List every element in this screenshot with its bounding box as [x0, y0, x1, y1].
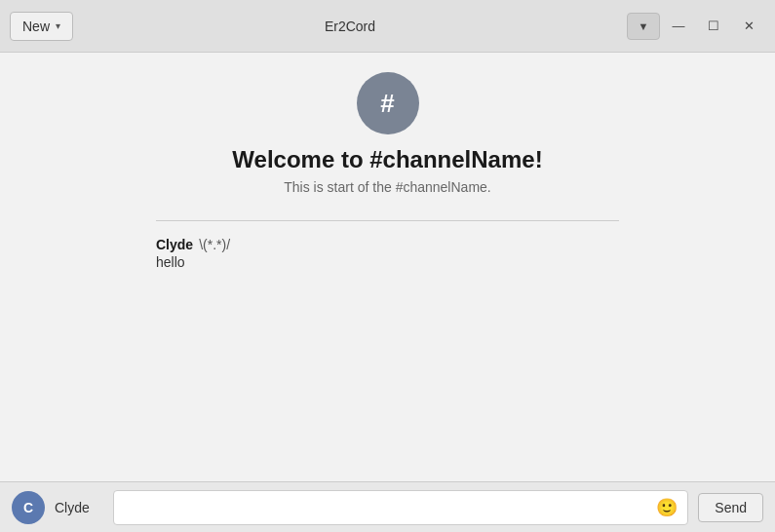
- window-title: Er2Cord: [73, 19, 627, 34]
- username-label: Clyde: [55, 500, 103, 515]
- channel-title: Welcome to #channelName!: [232, 146, 542, 173]
- message-tag: \(*.*)/: [199, 237, 230, 252]
- minimize-button[interactable]: —: [662, 13, 695, 40]
- main-content: # Welcome to #channelName! This is start…: [0, 53, 775, 481]
- send-button[interactable]: Send: [698, 493, 763, 522]
- minimize-icon: —: [673, 19, 685, 33]
- message-author: Clyde: [156, 237, 193, 252]
- emoji-icon: 🙂: [656, 497, 678, 518]
- message-header: Clyde \(*.*)/: [156, 237, 619, 252]
- window-controls: ▼ — ☐ ✕: [627, 13, 765, 40]
- channel-header: # Welcome to #channelName! This is start…: [156, 72, 619, 205]
- title-bar: New ▾ Er2Cord ▼ — ☐ ✕: [0, 0, 775, 53]
- avatar: C: [12, 491, 45, 524]
- chevron-down-icon: ▾: [56, 20, 60, 31]
- close-icon: ✕: [744, 19, 755, 33]
- maximize-button[interactable]: ☐: [697, 13, 730, 40]
- close-button[interactable]: ✕: [732, 13, 765, 40]
- channel-hash-symbol: #: [380, 89, 394, 119]
- message-area: Clyde \(*.*)/ hello: [156, 237, 619, 270]
- new-button-label: New: [22, 19, 50, 34]
- emoji-button[interactable]: 🙂: [654, 497, 679, 518]
- channel-icon: #: [357, 72, 419, 134]
- new-button[interactable]: New ▾: [10, 12, 73, 41]
- bottom-bar: C Clyde 🙂 Send: [0, 481, 775, 532]
- maximize-icon: ☐: [708, 19, 719, 33]
- message-input-wrapper: 🙂: [113, 490, 688, 525]
- message-input[interactable]: [122, 500, 654, 515]
- channel-divider: [156, 220, 619, 221]
- channel-subtitle: This is start of the #channelName.: [284, 179, 490, 195]
- message-body: hello: [156, 254, 619, 270]
- dropdown-icon-button[interactable]: ▼: [627, 13, 660, 40]
- dropdown-arrow-icon: ▼: [639, 20, 649, 32]
- avatar-initial: C: [23, 500, 33, 515]
- table-row: Clyde \(*.*)/ hello: [156, 237, 619, 270]
- send-button-label: Send: [715, 500, 747, 515]
